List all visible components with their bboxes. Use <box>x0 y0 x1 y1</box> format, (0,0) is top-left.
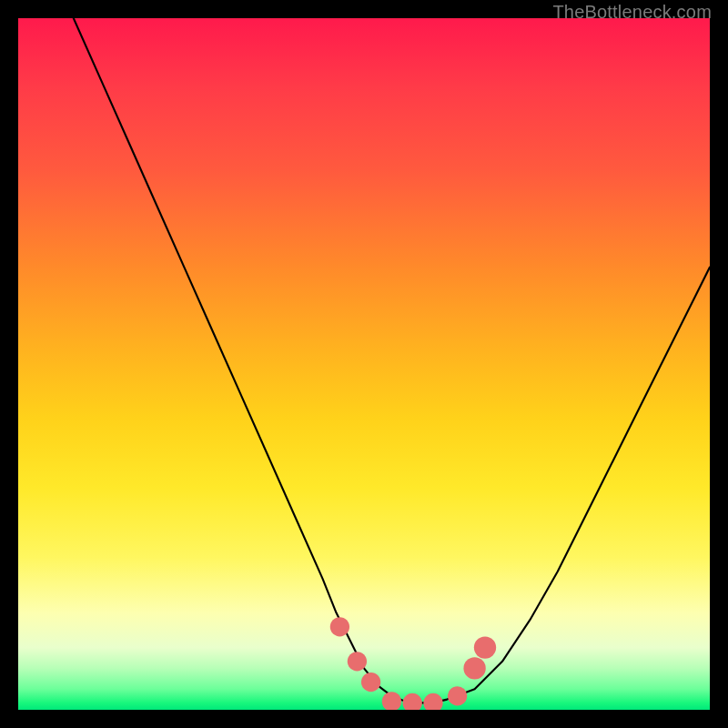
curve-marker <box>463 657 485 679</box>
curve-marker <box>423 693 442 710</box>
curve-marker <box>361 672 380 692</box>
curve-marker <box>403 693 422 710</box>
chart-svg <box>18 18 710 710</box>
curve-markers <box>330 617 496 710</box>
chart-frame: TheBottleneck.com <box>0 0 728 728</box>
curve-marker <box>382 692 401 710</box>
curve-marker <box>348 652 367 671</box>
curve-marker <box>330 617 349 636</box>
watermark-text: TheBottleneck.com <box>552 2 712 23</box>
bottleneck-curve <box>74 18 710 703</box>
curve-marker <box>474 636 496 658</box>
curve-marker <box>448 686 467 705</box>
